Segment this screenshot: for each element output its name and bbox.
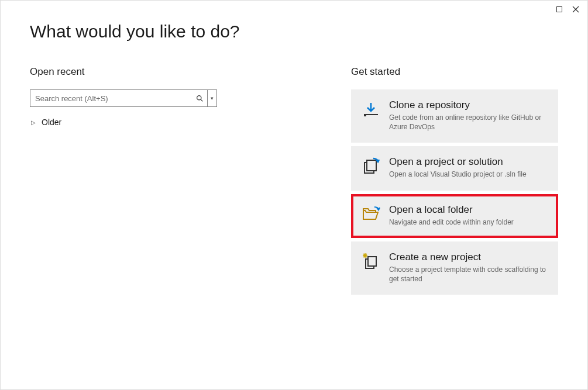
card-desc: Get code from an online repository like … (389, 113, 548, 132)
card-desc: Navigate and edit code within any folder (389, 218, 514, 227)
card-desc: Choose a project template with code scaf… (389, 265, 548, 284)
search-icon (196, 95, 204, 102)
older-label: Older (42, 118, 61, 127)
card-title: Open a local folder (389, 204, 514, 216)
card-create-new-project[interactable]: Create a new project Choose a project te… (351, 241, 558, 295)
project-icon (361, 156, 381, 176)
card-title: Open a project or solution (389, 156, 527, 168)
svg-rect-6 (364, 115, 366, 116)
search-recent[interactable]: ▾ (30, 89, 217, 107)
card-desc: Open a local Visual Studio project or .s… (389, 170, 527, 179)
chevron-down-icon: ▾ (211, 95, 214, 101)
new-project-icon (361, 251, 381, 271)
search-input[interactable] (30, 90, 192, 106)
open-recent-heading: Open recent (30, 66, 246, 78)
svg-point-3 (197, 95, 201, 99)
svg-line-4 (201, 99, 202, 101)
svg-rect-11 (368, 257, 376, 266)
svg-rect-9 (367, 160, 376, 171)
folder-open-icon (361, 204, 381, 224)
card-title: Clone a repository (389, 99, 548, 111)
window-titlebar (556, 1, 587, 18)
card-open-project[interactable]: Open a project or solution Open a local … (351, 146, 558, 190)
maximize-button[interactable] (556, 6, 563, 13)
get-started-heading: Get started (351, 66, 558, 78)
search-button[interactable] (192, 90, 207, 106)
close-button[interactable] (572, 6, 579, 13)
clone-icon (361, 99, 381, 119)
svg-rect-0 (557, 7, 562, 12)
expand-triangle-icon: ▷ (31, 119, 36, 126)
search-dropdown[interactable]: ▾ (207, 90, 216, 106)
card-clone-repository[interactable]: Clone a repository Get code from an onli… (351, 89, 558, 143)
card-title: Create a new project (389, 251, 548, 263)
older-group[interactable]: ▷ Older (30, 118, 246, 127)
page-title: What would you like to do? (30, 22, 558, 42)
card-open-local-folder[interactable]: Open a local folder Navigate and edit co… (351, 194, 558, 238)
